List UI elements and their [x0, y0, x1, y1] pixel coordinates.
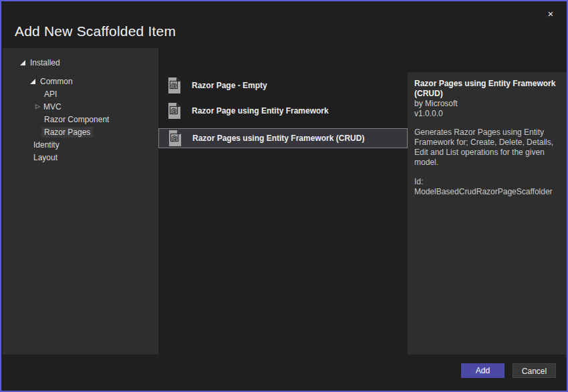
- list-item-razor-pages-ef-crud[interactable]: @ Razor Pages using Entity Framework (CR…: [158, 128, 408, 148]
- footer-bar: Add Cancel: [3, 355, 565, 389]
- details-author: by Microsoft: [414, 99, 561, 109]
- close-button[interactable]: ×: [543, 7, 559, 21]
- tree-item-identity[interactable]: Identity: [3, 138, 158, 151]
- svg-text:@: @: [170, 107, 177, 114]
- razor-page-document-icon: @: [167, 77, 182, 94]
- list-item-razor-page-ef[interactable]: @ Razor Page using Entity Framework: [158, 98, 408, 124]
- tree-item-label: Common: [40, 77, 73, 86]
- cancel-button[interactable]: Cancel: [513, 363, 556, 378]
- title-bar: Add New Scaffolded Item ×: [3, 1, 565, 48]
- tree-item-label: Identity: [33, 140, 59, 150]
- expanded-arrow-icon[interactable]: [20, 60, 25, 65]
- tree-item-mvc[interactable]: ▷ MVC: [3, 100, 158, 113]
- list-item-label: Razor Page - Empty: [192, 81, 267, 90]
- tree-item-razor-pages[interactable]: Razor Pages: [3, 126, 158, 138]
- details-title: Razor Pages using Entity Framework (CRUD…: [414, 79, 560, 99]
- details-scaffolder-id: Id: ModelBasedCrudRazorPageScaffolder: [414, 177, 561, 197]
- tree-item-label: MVC: [43, 102, 61, 112]
- tree-item-label: Razor Pages: [41, 127, 93, 138]
- tree-item-razor-component[interactable]: Razor Component: [3, 113, 158, 126]
- scaffolder-details-panel: Razor Pages using Entity Framework (CRUD…: [408, 72, 568, 357]
- list-item-razor-page-empty[interactable]: @ Razor Page - Empty: [158, 73, 408, 98]
- close-icon: ×: [548, 8, 554, 19]
- tree-item-label: Installed: [30, 58, 60, 67]
- category-tree: Installed Common API ▷ MVC Razor Compone…: [3, 48, 158, 357]
- list-item-label: Razor Page using Entity Framework: [192, 106, 329, 116]
- razor-page-document-icon: @: [168, 130, 182, 147]
- tree-item-label: API: [44, 89, 57, 99]
- expanded-arrow-icon[interactable]: [30, 79, 35, 84]
- collapsed-arrow-icon[interactable]: ▷: [35, 104, 40, 110]
- tree-item-label: Razor Component: [44, 115, 109, 124]
- add-new-scaffolded-item-dialog: Add New Scaffolded Item × Installed Comm…: [0, 0, 568, 392]
- details-description: Generates Razor Pages using Entity Frame…: [414, 128, 564, 168]
- add-button[interactable]: Add: [461, 363, 505, 378]
- details-version: v1.0.0.0: [414, 109, 561, 119]
- svg-text:@: @: [170, 81, 177, 89]
- tree-item-label: Layout: [33, 153, 57, 162]
- tree-item-installed[interactable]: Installed: [3, 56, 158, 69]
- dialog-title: Add New Scaffolded Item: [15, 23, 176, 39]
- razor-page-document-icon: @: [167, 102, 182, 120]
- svg-text:@: @: [171, 134, 178, 142]
- list-item-label: Razor Pages using Entity Framework (CRUD…: [192, 134, 364, 143]
- tree-item-layout[interactable]: Layout: [3, 151, 158, 164]
- tree-item-api[interactable]: API: [3, 87, 158, 100]
- scaffolder-template-list: @ Razor Page - Empty @ Razor Page using …: [158, 48, 408, 357]
- tree-item-common[interactable]: Common: [3, 75, 158, 87]
